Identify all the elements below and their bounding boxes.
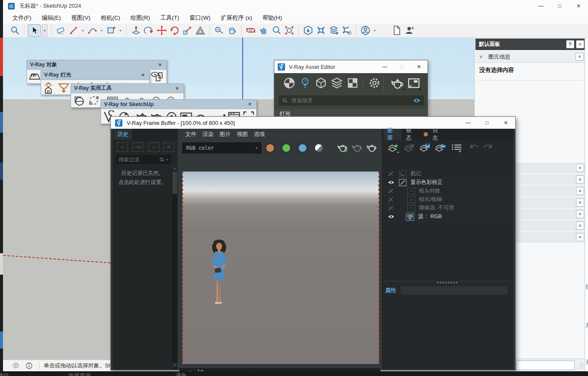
close-icon[interactable]: ✕ (246, 102, 253, 107)
section-close-button[interactable]: ✕ (576, 222, 584, 230)
delete-layer-icon[interactable] (403, 142, 415, 154)
render-elements-tab-icon[interactable] (346, 77, 359, 89)
visible-eye-icon[interactable] (388, 214, 395, 219)
tab-log[interactable]: 日志 (429, 129, 447, 140)
geolocation-icon[interactable] (12, 362, 20, 370)
select-dropdown[interactable]: ▾ (42, 24, 48, 37)
eraser-icon[interactable] (55, 25, 66, 36)
hidden-pen-icon[interactable] (388, 205, 395, 211)
maximize-button[interactable]: □ (550, 0, 569, 12)
vfb-menu-view[interactable]: 视图 (237, 130, 248, 138)
render-image[interactable] (182, 172, 379, 364)
close-button[interactable]: ✕ (410, 60, 428, 73)
layer-row-lens-effects[interactable]: ✦ 镜头特效 (383, 187, 513, 195)
follow-me-icon[interactable] (143, 25, 154, 36)
load-layers-icon[interactable] (434, 142, 446, 154)
arc-dropdown[interactable]: ▾ (99, 25, 104, 36)
menu-window[interactable]: 窗口(W) (184, 12, 216, 24)
zoom-extents-icon[interactable] (283, 25, 295, 36)
lights-tab-icon[interactable] (299, 77, 312, 89)
layer-row-source-rgb[interactable]: 源： RGB (383, 213, 513, 221)
menu-draw[interactable]: 绘图(R) (125, 12, 155, 24)
scroll-thumb[interactable] (172, 172, 177, 194)
sign-in-icon[interactable] (404, 25, 415, 36)
history-set-a-icon[interactable]: ✓ (148, 142, 160, 152)
new-file-icon[interactable] (391, 25, 402, 36)
share-layers-icon[interactable] (328, 25, 339, 36)
menu-tools[interactable]: 工具(T) (155, 12, 184, 24)
history-set-b-icon[interactable]: ✕ (163, 142, 174, 152)
settings-tab-icon[interactable] (368, 77, 381, 89)
menu-edit[interactable]: 编辑(E) (36, 12, 66, 24)
offset-icon[interactable] (194, 25, 206, 36)
tray-pin-button[interactable] (566, 40, 574, 48)
sun-light-icon[interactable] (43, 81, 56, 94)
tape-measure-icon[interactable] (213, 25, 225, 36)
section-close-button[interactable]: ✕ (576, 198, 584, 207)
menu-file[interactable]: 文件(F) (7, 12, 36, 24)
arc-tool-icon[interactable] (86, 25, 98, 36)
layer-row-denoiser[interactable]: ⁘ 降噪器: 不可用 (383, 204, 513, 213)
menu-camera[interactable]: 相机(C) (95, 12, 125, 24)
info-icon[interactable] (25, 362, 33, 370)
render-last-button[interactable] (337, 142, 349, 154)
tab-history[interactable]: 历史 (113, 129, 132, 140)
history-disabled-message[interactable]: 历史记录已关闭。 点击此处进行设置。 (113, 169, 172, 187)
warehouse-download-icon[interactable] (302, 25, 314, 36)
rect-light-icon[interactable] (57, 81, 70, 94)
visible-eye-icon[interactable] (388, 180, 395, 185)
scroll-down-icon[interactable]: ▼ (172, 362, 178, 367)
hidden-pen-icon[interactable] (388, 171, 395, 177)
entity-info-header[interactable]: ∨ 图元信息 ✕ (475, 51, 588, 63)
menu-help[interactable]: 帮助(H) (257, 12, 287, 24)
select-tool-button[interactable] (28, 24, 41, 37)
hidden-pen-icon[interactable] (388, 197, 395, 202)
entity-info-close-button[interactable]: ✕ (576, 53, 584, 61)
maximize-button[interactable]: □ (393, 60, 410, 73)
account-icon[interactable] (359, 25, 371, 36)
blue-channel-button[interactable] (296, 142, 309, 154)
rectangle-dropdown[interactable]: ▾ (118, 25, 123, 36)
measurement-input[interactable] (516, 361, 575, 370)
vfb-menu-render[interactable]: 渲染 (202, 130, 214, 138)
history-compare-ab-icon[interactable]: A|B (132, 142, 143, 152)
account-dropdown[interactable]: ▾ (372, 25, 377, 36)
alpha-channel-button[interactable] (312, 142, 325, 154)
close-icon[interactable]: ✕ (174, 86, 181, 91)
rectangle-tool-icon[interactable] (105, 25, 117, 36)
material-override-icon[interactable] (73, 95, 86, 107)
layer-row-sharpen-blur[interactable]: ▲ 锐化/模糊 (383, 195, 513, 204)
share-model-icon[interactable] (315, 25, 327, 36)
hidden-pen-icon[interactable] (388, 188, 395, 194)
pan-icon[interactable] (258, 25, 269, 36)
frame-buffer-titlebar[interactable]: V-Ray Frame Buffer - [100.0% of 800 x 45… (111, 117, 515, 129)
minimize-button[interactable]: — (459, 117, 478, 129)
extension-warehouse-icon[interactable] (341, 25, 352, 36)
collapse-chevron-icon[interactable]: ∨ (479, 54, 483, 59)
close-icon[interactable]: ✕ (157, 62, 163, 67)
tab-layers[interactable]: 图层 (383, 129, 401, 140)
render-button-disabled[interactable] (351, 142, 363, 154)
move-icon[interactable] (156, 25, 167, 36)
tray-close-button[interactable]: ✕ (576, 40, 584, 48)
section-close-button[interactable]: ✕ (576, 210, 584, 218)
save-layers-icon[interactable] (419, 142, 431, 154)
menu-extensions[interactable]: 扩展程序 (x) (216, 12, 258, 24)
layer-row-display-correction[interactable]: 显示色彩校正 (383, 178, 513, 187)
zoom-search-icon[interactable] (9, 25, 21, 36)
panel-splitter[interactable]: ■■■■■■■■ (383, 281, 513, 284)
maximize-button[interactable]: □ (478, 117, 496, 129)
vfb-menu-options[interactable]: 选项 (254, 130, 265, 138)
section-close-button[interactable]: ✕ (576, 164, 584, 172)
orbit-icon[interactable] (245, 25, 256, 36)
layers-tab-icon[interactable] (330, 77, 343, 89)
history-search-input[interactable] (119, 157, 159, 163)
menu-view[interactable]: 视图(V) (66, 12, 95, 24)
section-close-button[interactable]: ✕ (576, 233, 584, 241)
layer-list-menu-icon[interactable] (451, 143, 462, 153)
scale-icon[interactable] (181, 25, 193, 36)
asset-editor-titlebar[interactable]: V-Ray Asset Editor — □ ✕ (274, 60, 428, 73)
render-button[interactable] (391, 77, 404, 90)
clipper-icon[interactable] (150, 71, 163, 82)
line-dropdown[interactable]: ▾ (80, 25, 85, 36)
